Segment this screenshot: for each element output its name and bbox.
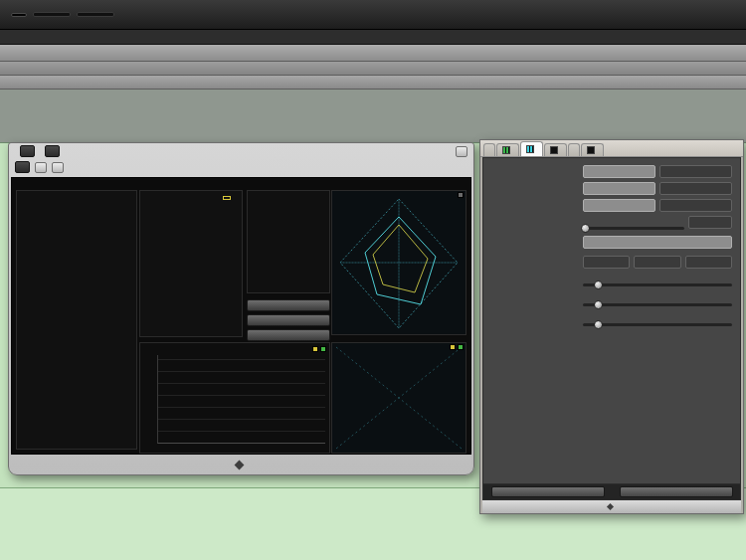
rtw-settings-window [479,139,744,514]
vsc-tab-icon [587,146,595,154]
i-tolerance-value [588,312,732,321]
numeric-on-button[interactable] [583,199,655,212]
m-tolerance-slider[interactable] [583,273,732,288]
rtw-logo-icon [235,461,245,470]
compare-button[interactable] [35,162,47,173]
settings-footer [482,484,741,500]
loudness-sum-settings [482,157,741,484]
edit-toolbar [0,30,746,45]
i-tolerance-slider-track[interactable] [583,323,732,326]
colors-label [491,332,583,334]
vsc-freeze-icon[interactable] [450,344,456,350]
s-tolerance-slider[interactable] [583,292,732,308]
tab-ssa[interactable] [544,143,567,156]
tab-loudness-sum[interactable] [520,141,543,156]
bar-style-label [491,182,583,184]
vectorscope-display [332,343,466,453]
lu-meter-bars [155,193,214,334]
loudness-control-buttons [247,299,330,341]
start-button[interactable] [247,299,330,311]
reset-loudness-button[interactable] [247,329,330,341]
bar-orientation-vertical-button[interactable] [583,165,655,178]
s-tolerance-value [588,292,732,301]
vsc-settings-icon[interactable] [458,344,464,350]
preset-selector[interactable] [45,145,60,157]
color-column-headers [583,332,732,333]
tab-vsc[interactable] [581,143,604,156]
peakhold-slider-thumb[interactable] [581,224,590,233]
m-tolerance-slider-track[interactable] [583,283,732,286]
rta-frequency-labels [140,444,329,453]
ppm-tab-icon [502,146,510,154]
rta-panel [139,342,330,454]
timeline-ruler-minsec[interactable] [0,76,746,90]
rta-plot [157,355,325,444]
s-tolerance-slider-track[interactable] [583,303,732,306]
main-timecode-counter[interactable] [11,13,27,17]
i-tolerance-slider-thumb[interactable] [594,320,603,329]
ssa-tab-icon [550,146,558,154]
bar-style-solid-button[interactable] [583,182,655,195]
channel-level-meters [16,190,137,450]
lra-display [214,193,240,334]
ssa-display [332,191,466,334]
numeric-label [491,199,583,201]
rtw-plugin-ui [11,177,471,455]
settings-logo-bar [482,500,741,513]
transport-bar [0,0,746,30]
active-bars-m-button[interactable] [583,256,630,269]
tab-global-settings[interactable] [483,143,495,156]
plugin-selector[interactable] [15,161,30,173]
i-tolerance-slider[interactable] [583,312,732,328]
peakhold-manual-button[interactable] [688,216,732,229]
bar-orientation-label [491,165,583,167]
peakhold-slider[interactable] [583,216,684,232]
loudness-numeric-panel [247,190,330,293]
active-bars-s-button[interactable] [634,256,680,269]
bar-orientation-horizontal-button[interactable] [659,165,732,178]
ok-button[interactable] [491,486,605,497]
m-tolerance-value [588,273,732,281]
end-length-display [33,12,71,17]
loudness-sum-tab-icon [526,145,534,153]
tab-ppm[interactable] [496,143,519,156]
s-tolerance-label [491,292,583,294]
bypass-button[interactable] [456,146,467,157]
timeline-ruler-bars[interactable] [0,62,746,76]
ssa-settings-icon[interactable] [458,192,464,198]
stop-button[interactable] [247,314,330,326]
m-tolerance-slider-thumb[interactable] [594,280,603,289]
vectorscope-panel [331,342,466,454]
active-bars-all-button[interactable] [583,236,732,249]
active-bars-label [491,236,583,238]
timeline-ruler-timecode[interactable] [0,45,746,62]
rtw-plugin-window [8,142,474,475]
active-bars-i-button[interactable] [685,256,732,269]
settings-tab-bar [480,140,743,157]
i-tolerance-label [491,312,583,314]
lu-meter-scale [142,193,155,334]
track-selector[interactable] [20,145,35,157]
nudge-grid-display [77,12,114,17]
surround-sound-analyzer [331,190,466,335]
rta-settings-icon[interactable] [320,346,326,352]
loudness-bar-meters [139,190,243,337]
s-tolerance-slider-thumb[interactable] [594,300,603,309]
safe-button[interactable] [52,162,64,173]
audio-track-overview[interactable] [0,90,746,142]
rta-db-scale [141,355,156,443]
bar-style-segment-button[interactable] [659,182,732,195]
m-tolerance-label [491,273,583,275]
peakhold-label [491,216,583,218]
plugin-footer [9,456,473,474]
cancel-button[interactable] [620,486,733,497]
tab-rta[interactable] [568,143,580,156]
rta-freeze-icon[interactable] [312,346,318,352]
peakhold-slider-track[interactable] [583,227,684,230]
plugin-header [9,143,473,175]
rta-histogram [158,355,325,443]
numeric-off-button[interactable] [659,199,732,212]
lra-value [223,196,231,200]
pro-tools-session [0,0,746,560]
rtw-logo-icon [607,503,614,510]
